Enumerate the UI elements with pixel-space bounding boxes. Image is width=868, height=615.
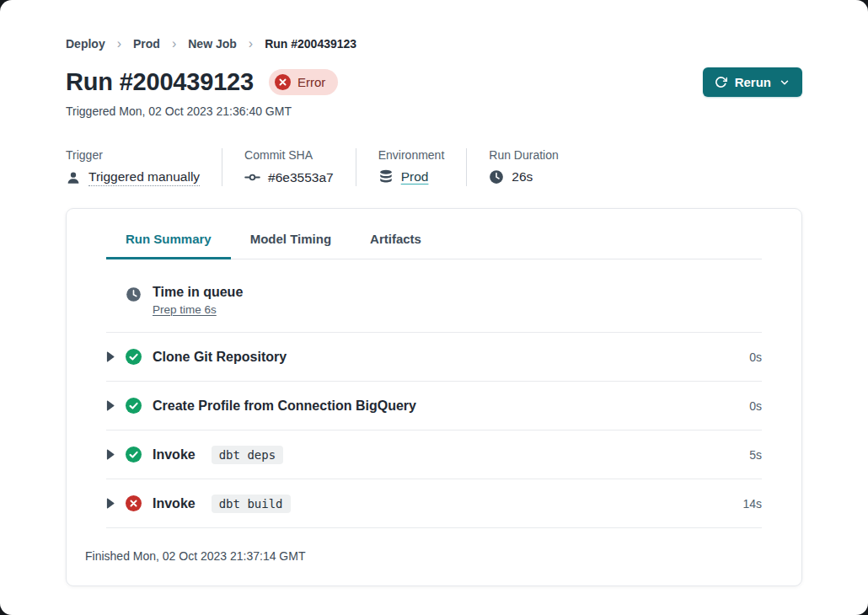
chevron-right-icon: › (172, 37, 176, 51)
breadcrumb: Deploy › Prod › New Job › Run #200439123 (66, 0, 802, 51)
rerun-button[interactable]: Rerun (703, 67, 802, 97)
run-meta-row: Trigger Triggered manually Commit SHA (66, 148, 802, 186)
chevron-right-icon: › (117, 37, 121, 51)
tab-bar: Run Summary Model Timing Artifacts (106, 209, 762, 259)
triggered-timestamp: Triggered Mon, 02 Oct 2023 21:36:40 GMT (66, 104, 802, 118)
error-circle-icon (126, 495, 142, 511)
clock-icon (489, 169, 504, 184)
trigger-value[interactable]: Triggered manually (88, 169, 200, 186)
step-command-chip: dbt build (212, 495, 291, 513)
environment-link[interactable]: Prod (401, 169, 429, 184)
success-check-icon (126, 349, 142, 365)
person-icon (66, 170, 81, 185)
run-duration-value: 26s (512, 169, 533, 184)
tab-artifacts[interactable]: Artifacts (351, 232, 441, 259)
database-icon (378, 169, 394, 184)
chevron-down-icon[interactable] (779, 77, 790, 88)
breadcrumb-item-new-job[interactable]: New Job (188, 37, 237, 51)
tab-run-summary[interactable]: Run Summary (106, 232, 231, 259)
finished-timestamp: Finished Mon, 02 Oct 2023 21:37:14 GMT (67, 528, 801, 586)
run-detail-page: Deploy › Prod › New Job › Run #200439123… (0, 0, 868, 615)
caret-right-icon[interactable] (106, 449, 115, 460)
page-title: Run #200439123 (66, 68, 254, 96)
step-name: Create Profile from Connection BigQuery (153, 398, 416, 414)
prep-time-link[interactable]: Prep time 6s (153, 303, 217, 316)
rerun-button-label: Rerun (735, 75, 771, 89)
queue-clock-icon (126, 286, 142, 302)
time-in-queue-section: Time in queue Prep time 6s (106, 259, 762, 333)
queue-title: Time in queue (153, 285, 243, 300)
step-row-clone-git[interactable]: Clone Git Repository 0s (106, 333, 762, 382)
step-name: Invoke (153, 447, 196, 463)
success-check-icon (126, 447, 142, 463)
commit-sha-value: #6e3553a7 (268, 170, 334, 185)
meta-environment-label: Environment (378, 148, 445, 162)
caret-right-icon[interactable] (106, 351, 115, 362)
breadcrumb-item-prod[interactable]: Prod (133, 37, 160, 51)
meta-trigger-label: Trigger (66, 148, 200, 162)
step-duration: 5s (749, 448, 762, 462)
step-name: Invoke (153, 496, 196, 511)
run-summary-card: Run Summary Model Timing Artifacts Time … (66, 208, 802, 586)
meta-trigger: Trigger Triggered manually (66, 148, 222, 186)
step-row-dbt-build[interactable]: Invoke dbt build 14s (106, 479, 762, 528)
step-duration: 0s (749, 399, 762, 413)
meta-environment: Environment Prod (378, 148, 468, 186)
meta-commit-sha: Commit SHA #6e3553a7 (244, 148, 356, 186)
meta-duration-label: Run Duration (489, 148, 559, 162)
breadcrumb-item-deploy[interactable]: Deploy (66, 37, 105, 51)
refresh-icon (715, 76, 727, 88)
meta-run-duration: Run Duration 26s (489, 148, 581, 186)
step-row-create-profile[interactable]: Create Profile from Connection BigQuery … (106, 382, 762, 430)
tab-model-timing[interactable]: Model Timing (231, 232, 351, 259)
status-badge-label: Error (297, 75, 325, 89)
step-duration: 14s (742, 497, 762, 511)
step-row-dbt-deps[interactable]: Invoke dbt deps 5s (106, 430, 762, 479)
breadcrumb-current-run: Run #200439123 (265, 37, 356, 51)
meta-commit-label: Commit SHA (244, 148, 334, 162)
error-circle-icon (275, 74, 291, 90)
caret-right-icon[interactable] (106, 498, 115, 509)
step-duration: 0s (749, 350, 762, 364)
page-header: Run #200439123 Error Rerun (66, 67, 802, 97)
caret-right-icon[interactable] (106, 400, 115, 411)
status-badge-error: Error (269, 69, 338, 95)
chevron-right-icon: › (249, 37, 253, 51)
step-command-chip: dbt deps (212, 446, 283, 464)
git-commit-icon (244, 169, 260, 185)
success-check-icon (126, 398, 142, 414)
step-name: Clone Git Repository (153, 350, 287, 365)
